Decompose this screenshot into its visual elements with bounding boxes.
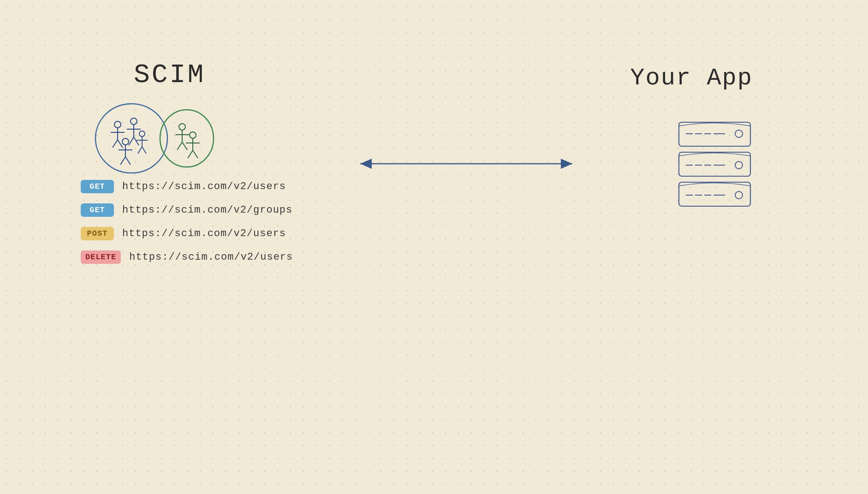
svg-line-20	[138, 147, 142, 154]
endpoint-get-users: GET https://scim.com/v2/users	[81, 180, 293, 193]
svg-point-1	[160, 110, 214, 167]
main-canvas: SCIM Your App	[0, 0, 868, 494]
endpoint-get-groups: GET https://scim.com/v2/groups	[81, 203, 293, 217]
svg-point-22	[179, 124, 185, 130]
url-post-users: https://scim.com/v2/users	[122, 228, 286, 239]
svg-line-10	[129, 137, 134, 145]
svg-line-25	[177, 142, 182, 150]
svg-marker-34	[561, 159, 572, 169]
your-app-title: Your App	[630, 65, 753, 92]
endpoint-post-users: POST https://scim.com/v2/users	[81, 227, 293, 240]
svg-point-7	[131, 118, 137, 125]
svg-line-16	[125, 157, 131, 165]
svg-line-11	[134, 137, 139, 145]
method-badge-post: POST	[81, 227, 114, 240]
bidirectional-arrow	[286, 152, 647, 175]
svg-point-0	[95, 104, 167, 173]
svg-rect-47	[679, 182, 750, 206]
groups-illustration	[92, 99, 221, 179]
svg-point-17	[139, 131, 145, 137]
svg-line-21	[142, 147, 146, 154]
url-get-groups: https://scim.com/v2/groups	[122, 204, 292, 216]
svg-line-5	[113, 140, 118, 148]
method-badge-get-2: GET	[81, 203, 114, 217]
svg-point-46	[735, 161, 743, 169]
svg-line-31	[193, 150, 198, 158]
svg-point-27	[190, 132, 196, 138]
svg-marker-33	[360, 159, 372, 169]
url-get-users: https://scim.com/v2/users	[122, 181, 286, 192]
svg-line-30	[188, 150, 193, 158]
svg-point-12	[122, 138, 129, 145]
svg-rect-41	[679, 152, 750, 176]
endpoint-delete-users: DELETE https://scim.com/v2/users	[81, 250, 293, 264]
method-badge-delete: DELETE	[81, 250, 121, 264]
method-badge-get-1: GET	[81, 180, 114, 193]
svg-point-52	[735, 191, 743, 199]
svg-point-40	[735, 130, 743, 137]
url-delete-users: https://scim.com/v2/users	[129, 251, 293, 263]
endpoints-list: GET https://scim.com/v2/users GET https:…	[81, 180, 293, 264]
svg-point-2	[114, 121, 121, 128]
server-illustration	[670, 118, 762, 221]
svg-line-15	[120, 157, 125, 165]
scim-title: SCIM	[134, 60, 205, 90]
